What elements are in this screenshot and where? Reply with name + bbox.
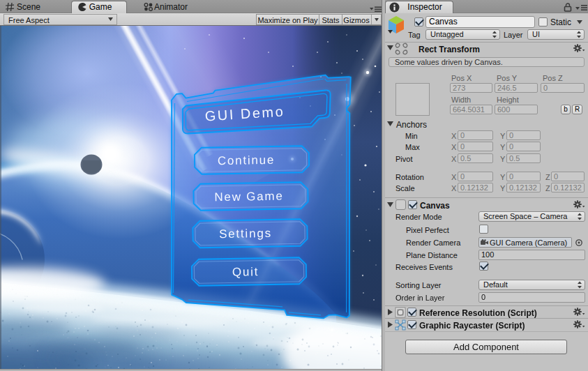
- svg-text:New Game: New Game: [214, 190, 284, 204]
- svg-text:Settings: Settings: [219, 227, 272, 241]
- svg-text:Quit: Quit: [232, 265, 259, 279]
- svg-text:Continue: Continue: [218, 153, 276, 167]
